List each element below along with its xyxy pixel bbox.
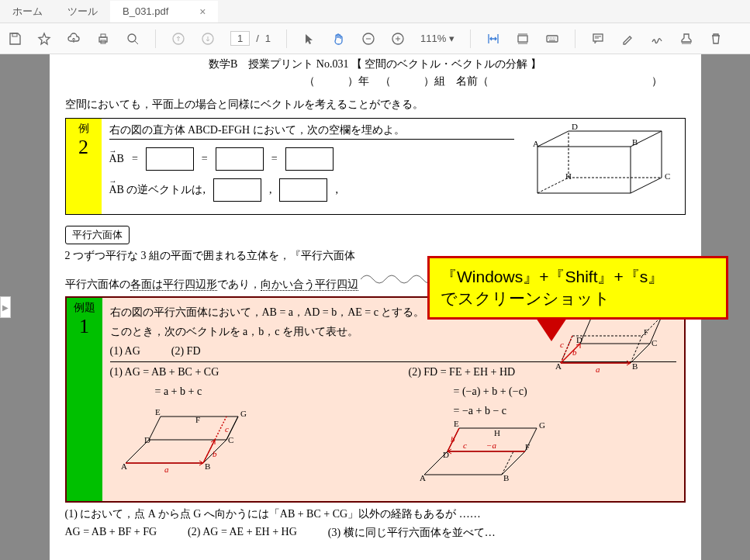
svg-text:D: D <box>144 435 150 444</box>
svg-text:H: H <box>494 428 500 437</box>
svg-rect-10 <box>547 36 558 42</box>
callout-tail <box>536 318 567 341</box>
page-down-icon[interactable] <box>201 32 215 46</box>
svg-text:A: A <box>533 139 539 148</box>
zoom-select[interactable]: 111%▾ <box>420 33 454 44</box>
svg-text:b: b <box>451 434 455 444</box>
side-handle[interactable]: ▶ <box>0 296 11 318</box>
svg-text:a: a <box>164 465 169 474</box>
svg-text:D: D <box>443 450 449 459</box>
callout-line2: でスクリーンショット <box>441 288 715 309</box>
svg-text:B: B <box>503 473 509 482</box>
highlight-icon[interactable] <box>620 32 634 46</box>
page-number: 1 / 1 <box>230 31 271 46</box>
svg-text:b: b <box>213 449 217 458</box>
ex2-label: 例 2 <box>66 119 102 214</box>
intro-text: 空間においても，平面上の場合と同様にベクトルを考えることができる。 <box>65 98 686 112</box>
svg-rect-9 <box>518 36 527 42</box>
ex2-body: 右の図の直方体 ABCD-EFGH において，次の空欄を埋めよ。 →AB = =… <box>102 119 685 214</box>
svg-text:G: G <box>240 409 247 418</box>
tab-file-label: B_031.pdf <box>123 5 168 17</box>
save-icon[interactable] <box>8 32 22 46</box>
tab-tools[interactable]: ツール <box>55 0 110 23</box>
doc-title: 数学B 授業プリント No.031 【 空間のベクトル・ベクトルの分解 】 <box>57 57 693 71</box>
callout-line1: 『Windows』+『Shift』+『s』 <box>441 266 715 288</box>
page-up-icon[interactable] <box>171 32 185 46</box>
svg-text:B: B <box>205 461 210 471</box>
fit-width-icon[interactable] <box>486 32 500 46</box>
trash-icon[interactable] <box>709 32 723 46</box>
zoom-out-icon[interactable] <box>361 32 375 46</box>
tab-home[interactable]: ホーム <box>0 0 55 23</box>
svg-text:A: A <box>121 461 127 471</box>
close-icon[interactable]: × <box>199 5 206 18</box>
separator <box>286 29 287 48</box>
svg-text:E: E <box>454 420 459 428</box>
solution-figure-1: ABCD EFG abc <box>110 401 265 479</box>
svg-text:C: C <box>228 435 233 444</box>
svg-text:A: A <box>420 473 426 482</box>
solution-figure-2: ABD EFGH −abc <box>409 420 564 490</box>
blank-box <box>146 147 194 171</box>
star-icon[interactable] <box>37 32 51 46</box>
svg-text:C: C <box>665 171 670 181</box>
svg-text:A: A <box>555 361 562 371</box>
fit-page-icon[interactable] <box>516 32 530 46</box>
cloud-icon[interactable] <box>67 32 81 46</box>
app-window: ホーム ツール B_031.pdf × 1 / 1 111%▾ <box>0 0 750 560</box>
svg-text:H: H <box>565 171 572 181</box>
blank-box <box>285 147 334 171</box>
ex1-label: 例題 1 <box>67 298 102 501</box>
svg-text:b: b <box>572 347 577 357</box>
keyboard-icon[interactable] <box>545 32 559 46</box>
foot1: (1) において，点 A から点 G へ向かうには「AB + BC + CG」以… <box>65 507 686 521</box>
page-current[interactable]: 1 <box>230 31 250 46</box>
tab-bar: ホーム ツール B_031.pdf × <box>0 0 750 23</box>
chevron-down-icon: ▾ <box>449 33 454 44</box>
doc-info: （ ）年 （ ）組 名前（ ） <box>57 71 693 92</box>
svg-point-4 <box>128 34 136 42</box>
svg-text:B: B <box>632 137 638 147</box>
svg-text:c: c <box>463 441 467 450</box>
svg-text:D: D <box>572 123 578 131</box>
sign-icon[interactable] <box>650 32 664 46</box>
cuboid-figure: ABCD H <box>522 123 677 209</box>
annotation-callout[interactable]: 『Windows』+『Shift』+『s』 でスクリーンショット <box>427 256 728 341</box>
svg-text:G: G <box>539 420 545 430</box>
svg-text:c: c <box>225 424 229 434</box>
svg-text:B: B <box>632 361 638 371</box>
pointer-icon[interactable] <box>302 32 316 46</box>
comment-icon[interactable] <box>591 32 605 46</box>
svg-text:a: a <box>596 365 600 374</box>
document-viewer[interactable]: ▶ 数学B 授業プリント No.031 【 空間のベクトル・ベクトルの分解 】 … <box>0 54 750 560</box>
search-icon[interactable] <box>126 32 140 46</box>
separator <box>575 29 575 48</box>
svg-text:E: E <box>155 407 161 417</box>
blank-box <box>216 147 264 171</box>
svg-text:−a: −a <box>486 441 496 450</box>
subtitle: 平行六面体 <box>65 226 130 244</box>
stamp-icon[interactable] <box>679 32 693 46</box>
tab-file[interactable]: B_031.pdf × <box>110 1 218 22</box>
callout-box: 『Windows』+『Shift』+『s』 でスクリーンショット <box>427 256 728 320</box>
separator <box>470 29 471 48</box>
svg-text:F: F <box>195 415 200 424</box>
blank-box <box>213 178 261 202</box>
toolbar: 1 / 1 111%▾ <box>0 23 750 54</box>
example-2: 例 2 右の図の直方体 ABCD-EFGH において，次の空欄を埋めよ。 →AB… <box>65 118 686 215</box>
print-icon[interactable] <box>96 32 110 46</box>
svg-text:F: F <box>525 442 530 451</box>
blank-box <box>279 178 327 202</box>
hand-icon[interactable] <box>332 32 346 46</box>
foot2: AG = AB + BF + FG (2) AG = AE + EH + HG … <box>65 526 686 540</box>
separator <box>155 29 156 48</box>
zoom-in-icon[interactable] <box>391 32 405 46</box>
